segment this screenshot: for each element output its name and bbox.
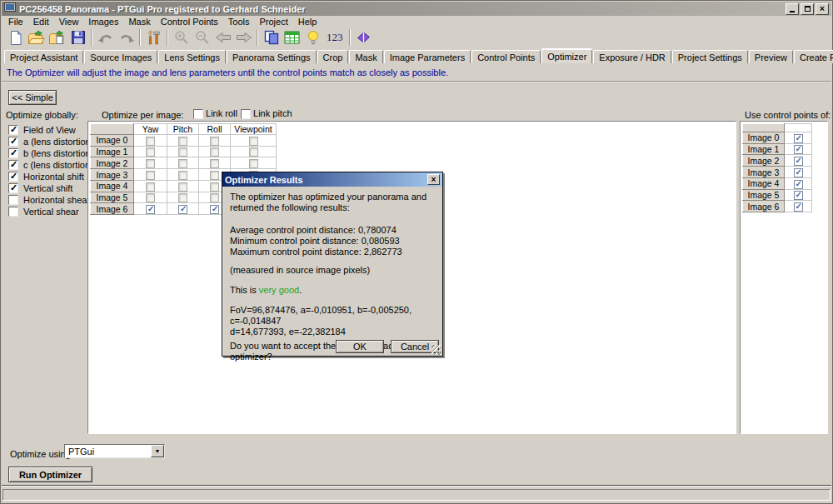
- dialog-title-bar[interactable]: Optimizer Results ×: [222, 172, 442, 187]
- cp-checkbox-image-6[interactable]: [794, 202, 803, 212]
- info-text: The Optimizer will adjust the image and …: [7, 67, 448, 77]
- open-copy-button[interactable]: [47, 28, 67, 47]
- checkbox-vertical-shift[interactable]: [8, 183, 18, 193]
- forward-arrow-icon: [236, 32, 252, 43]
- ok-button[interactable]: OK: [336, 340, 384, 353]
- checkbox-field-of-view[interactable]: [8, 125, 18, 135]
- label-horizontal-shear: Horizontal shear: [23, 195, 90, 205]
- dialog-resize-grip[interactable]: [431, 345, 441, 355]
- tab-image-parameters[interactable]: Image Parameters: [384, 50, 471, 63]
- cp-checkbox-image-4[interactable]: [794, 180, 803, 189]
- cp-cell-image-5: [785, 189, 812, 201]
- cp-row-image-1: Image 1: [743, 143, 812, 155]
- minimize-button[interactable]: [786, 3, 799, 15]
- tab-project-settings[interactable]: Project Settings: [672, 50, 748, 63]
- back-button[interactable]: [212, 28, 233, 47]
- save-button[interactable]: [67, 28, 88, 47]
- redo-button[interactable]: [116, 28, 137, 47]
- grid-cell-image-4-pitch: [167, 180, 199, 192]
- cp-checkbox-image-1[interactable]: [794, 145, 803, 154]
- tab-optimizer[interactable]: Optimizer: [541, 49, 592, 64]
- dialog-close-button[interactable]: ×: [427, 174, 440, 185]
- toolbar-separator: [139, 29, 141, 46]
- forward-button[interactable]: [233, 28, 254, 47]
- menu-help[interactable]: Help: [293, 17, 322, 27]
- open-project-button[interactable]: [26, 28, 47, 47]
- run-optimizer-button[interactable]: Run Optimizer: [8, 467, 92, 482]
- tab-source-images[interactable]: Source Images: [84, 50, 157, 63]
- checkbox-vertical-shear[interactable]: [8, 207, 18, 217]
- checkbox-b-lens-distortion[interactable]: [8, 148, 18, 158]
- menu-project[interactable]: Project: [255, 17, 293, 27]
- zoom-in-button[interactable]: [171, 28, 192, 47]
- global-option-c-lens-distortion: c (lens distortion): [8, 159, 93, 171]
- tab-project-assistant[interactable]: Project Assistant: [4, 50, 83, 63]
- checkbox-horizontal-shear[interactable]: [8, 195, 18, 205]
- tab-create-panorama[interactable]: Create Panorama: [794, 50, 833, 63]
- close-button[interactable]: ×: [816, 3, 829, 15]
- link-pitch-checkbox[interactable]: Link pitch: [241, 108, 292, 119]
- link-roll-checkbox[interactable]: Link roll: [193, 108, 237, 119]
- toolbar-separator: [167, 29, 168, 46]
- menu-view[interactable]: View: [54, 17, 84, 27]
- checkbox-image-3-yaw: [146, 171, 155, 180]
- tab-preview[interactable]: Preview: [749, 50, 793, 63]
- numeric-transform-button[interactable]: 123: [323, 31, 347, 44]
- cp-corner-cell: [743, 124, 785, 132]
- image-table-button[interactable]: [282, 28, 302, 47]
- link-roll-label: Link roll: [206, 108, 237, 118]
- checkbox-image-4-yaw: [146, 182, 155, 192]
- tab-panorama-settings[interactable]: Panorama Settings: [227, 50, 317, 63]
- checkbox-image-5-pitch: [178, 193, 187, 202]
- checkbox-c-lens-distortion[interactable]: [8, 160, 18, 170]
- zoom-out-icon: [195, 30, 210, 45]
- undo-button[interactable]: [95, 28, 116, 47]
- checkbox-a-lens-distortion[interactable]: [8, 137, 18, 147]
- grid-cell-image-5-yaw: [134, 192, 167, 203]
- menu-file[interactable]: File: [3, 17, 28, 27]
- checkbox-image-6-pitch[interactable]: [178, 205, 187, 214]
- cp-cell-image-6: [785, 201, 812, 212]
- menu-tools[interactable]: Tools: [223, 17, 255, 27]
- grid-row-label-image-3: Image 3: [91, 169, 134, 181]
- tab-mask[interactable]: Mask: [349, 50, 382, 63]
- toolbar-separator: [349, 29, 351, 46]
- optimizer-hint-button[interactable]: [302, 28, 323, 47]
- checkbox-image-6-yaw[interactable]: [146, 205, 155, 214]
- dropdown-button[interactable]: ▼: [151, 445, 164, 457]
- tab-crop[interactable]: Crop: [317, 50, 349, 63]
- toolbar-separator: [91, 29, 92, 46]
- zoom-out-button[interactable]: [192, 28, 212, 47]
- tab-control-points[interactable]: Control Points: [471, 50, 541, 63]
- tab-exposure-hdr[interactable]: Exposure / HDR: [593, 50, 671, 63]
- help-button[interactable]: [353, 28, 374, 47]
- menu-images[interactable]: Images: [83, 17, 123, 27]
- checkbox-image-6-roll[interactable]: [210, 205, 219, 214]
- new-project-button[interactable]: [5, 28, 26, 47]
- cp-checkbox-image-5[interactable]: [794, 191, 803, 200]
- checkbox-horizontal-shift[interactable]: [8, 172, 18, 182]
- minimize-icon: [790, 11, 795, 12]
- grid-cell-image-0-roll: [199, 135, 231, 147]
- source-images-button[interactable]: [261, 28, 282, 47]
- simple-mode-button[interactable]: << Simple: [8, 90, 57, 105]
- verdict-text: This is very good.: [230, 285, 435, 296]
- menu-mask[interactable]: Mask: [123, 17, 155, 27]
- cp-checkbox-image-3[interactable]: [794, 168, 803, 177]
- cp-row-label-image-4: Image 4: [743, 177, 785, 189]
- menu-edit[interactable]: Edit: [28, 17, 54, 27]
- cp-row-image-2: Image 2: [743, 155, 812, 167]
- link-roll-box[interactable]: [193, 109, 203, 119]
- checkbox-image-2-viewpoint: [249, 159, 258, 168]
- global-option-a-lens-distortion: a (lens distortion): [8, 136, 93, 147]
- checkbox-image-0-viewpoint: [249, 137, 258, 146]
- optimize-using-dropdown[interactable]: PTGui ▼: [64, 444, 165, 458]
- cp-cell-image-1: [785, 143, 812, 155]
- restore-button[interactable]: [801, 3, 814, 15]
- cp-checkbox-image-0[interactable]: [794, 134, 803, 143]
- cp-checkbox-image-2[interactable]: [794, 157, 803, 166]
- tools-button[interactable]: [143, 28, 164, 47]
- link-pitch-box[interactable]: [241, 109, 251, 119]
- menu-control-points[interactable]: Control Points: [156, 17, 223, 27]
- tab-lens-settings[interactable]: Lens Settings: [158, 50, 226, 63]
